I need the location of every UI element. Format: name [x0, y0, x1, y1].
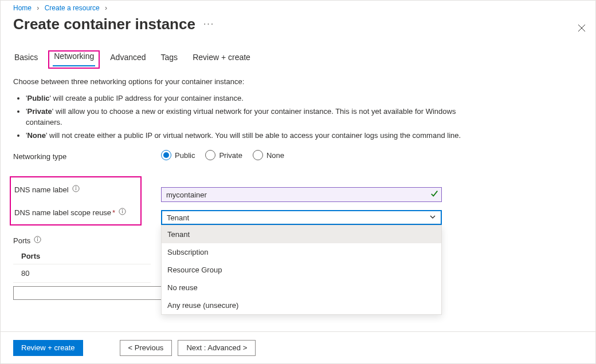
- chevron-down-icon: [429, 213, 436, 222]
- scope-selected-value: Tenant: [167, 213, 189, 222]
- dns-controls: Tenant Tenant Subscription Resource Grou…: [161, 187, 442, 233]
- review-create-button[interactable]: Review + create: [13, 340, 83, 356]
- radio-private[interactable]: Private: [205, 150, 242, 160]
- breadcrumb-home[interactable]: Home: [13, 4, 32, 12]
- bullet-none: 'None' will not create either a public I…: [26, 130, 467, 141]
- breadcrumb: Home › Create a resource ›: [1, 1, 595, 12]
- breadcrumb-create-resource[interactable]: Create a resource: [45, 4, 100, 12]
- tab-review-create[interactable]: Review + create: [191, 53, 252, 66]
- ports-table: Ports 80: [13, 250, 151, 283]
- row-networking-type: Networking type Public Private None: [13, 150, 583, 167]
- scope-option-no-reuse[interactable]: No reuse: [162, 279, 441, 296]
- tab-basics[interactable]: Basics: [13, 53, 39, 66]
- networking-type-radios: Public Private None: [161, 150, 442, 160]
- svg-point-7: [122, 210, 123, 211]
- ports-col-header: Ports: [13, 250, 151, 264]
- tab-networking-highlight: Networking: [48, 50, 100, 69]
- tab-advanced[interactable]: Advanced: [109, 53, 147, 66]
- scope-dropdown: Tenant Tenant Subscription Resource Grou…: [161, 210, 442, 225]
- scope-option-tenant[interactable]: Tenant: [162, 225, 441, 243]
- scope-dropdown-toggle[interactable]: Tenant: [161, 210, 442, 225]
- bullet-private: 'Private' will allow you to choose a new…: [26, 106, 467, 128]
- info-icon[interactable]: [119, 208, 126, 217]
- radio-none[interactable]: None: [253, 150, 284, 160]
- scope-option-any-reuse[interactable]: Any reuse (unsecure): [162, 296, 441, 314]
- tab-networking[interactable]: Networking: [53, 52, 95, 66]
- svg-point-4: [76, 187, 76, 188]
- next-button[interactable]: Next : Advanced >: [178, 340, 256, 356]
- port-row: 80: [13, 264, 151, 283]
- label-networking-type: Networking type: [13, 150, 161, 161]
- intro-text: Choose between three networking options …: [13, 77, 583, 86]
- info-icon[interactable]: [34, 236, 41, 245]
- valid-check-icon: [430, 189, 438, 199]
- tab-bar: Basics Networking Advanced Tags Review +…: [13, 53, 583, 67]
- label-dns-name: DNS name label: [14, 185, 69, 194]
- label-dns-scope: DNS name label scope reuse: [14, 208, 111, 217]
- scope-option-subscription[interactable]: Subscription: [162, 243, 441, 261]
- previous-button[interactable]: < Previous: [120, 340, 172, 356]
- label-ports: Ports: [13, 236, 30, 245]
- close-icon: [577, 23, 586, 33]
- breadcrumb-sep-icon: ›: [105, 4, 107, 12]
- tab-tags[interactable]: Tags: [160, 53, 179, 66]
- dns-name-input[interactable]: [161, 187, 442, 202]
- breadcrumb-sep-icon: ›: [37, 4, 39, 12]
- dns-labels-highlight: DNS name label DNS name label scope reus…: [10, 176, 142, 225]
- scope-option-resource-group[interactable]: Resource Group: [162, 261, 441, 279]
- required-asterisk: *: [112, 208, 115, 217]
- close-button[interactable]: [577, 23, 586, 34]
- svg-point-10: [37, 238, 38, 239]
- footer-bar: Review + create < Previous Next : Advanc…: [1, 331, 595, 363]
- info-icon[interactable]: [72, 185, 80, 194]
- page-title: Create container instance: [13, 15, 195, 33]
- intro-bullets: 'Public' will create a public IP address…: [26, 93, 583, 141]
- page-root: Home › Create a resource › Create contai…: [0, 0, 596, 364]
- radio-public[interactable]: Public: [161, 150, 195, 160]
- bullet-public: 'Public' will create a public IP address…: [26, 93, 467, 104]
- more-actions-icon[interactable]: ···: [203, 19, 214, 29]
- scope-dropdown-menu: Tenant Subscription Resource Group No re…: [161, 225, 442, 315]
